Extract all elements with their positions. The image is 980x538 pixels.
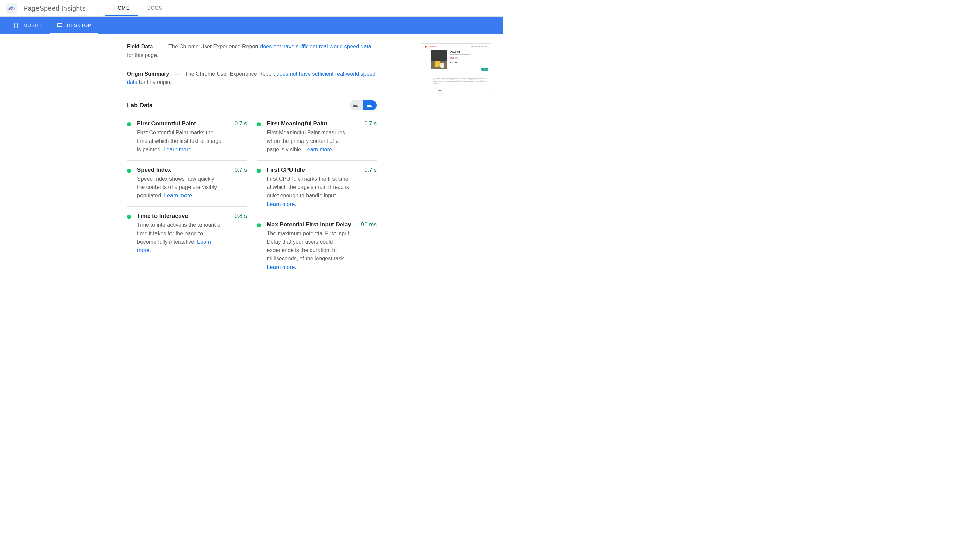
top-tabs: HOME DOCS [105, 0, 171, 16]
preview-buy-button: Buy [482, 67, 488, 70]
compact-view-icon [353, 103, 360, 107]
view-toggle-expanded[interactable] [363, 100, 377, 110]
preview-product-title: Chair 54 [450, 51, 486, 54]
preview-price: €58.00 [450, 61, 486, 64]
brand-title: PageSpeed Insights [23, 5, 86, 12]
status-dot-icon [257, 223, 261, 228]
svg-rect-4 [57, 23, 62, 26]
svg-point-3 [16, 27, 16, 27]
metric-title: First Meaningful Paint [267, 120, 362, 127]
metric-value: 90 ms [361, 221, 377, 228]
metric-title: Time to Interactive [137, 213, 232, 220]
psi-logo-icon [6, 3, 17, 14]
metric-desc: Speed Index shows how quickly the conten… [137, 175, 222, 200]
learn-more-link[interactable]: Learn more [163, 146, 191, 153]
metrics-col-left: First Contentful Paint 0.7 s First Conte… [127, 114, 247, 278]
view-toggle-compact[interactable] [350, 100, 363, 110]
lab-data-title: Lab Data [127, 102, 153, 109]
expanded-view-icon [367, 103, 373, 107]
learn-more-link[interactable]: Learn more [267, 201, 295, 207]
page-screenshot-preview: Furniture. Chair 54 Beautiful chair for … [421, 43, 491, 278]
tab-desktop[interactable]: DESKTOP [50, 17, 98, 35]
metric-value: 0.7 s [364, 167, 377, 173]
metric-value: 0.7 s [235, 167, 247, 173]
tab-home[interactable]: HOME [105, 0, 138, 16]
svg-rect-6 [353, 103, 358, 104]
metric-value: 0.7 s [364, 120, 377, 127]
preview-thumbnail: Furniture. Chair 54 Beautiful chair for … [421, 43, 491, 93]
field-data-link[interactable]: does not have sufficient real-world spee… [260, 44, 371, 49]
origin-summary-title: Origin Summary [127, 71, 169, 77]
field-data-title: Field Data [127, 44, 153, 49]
metric-desc: The maximum potential First Input Delay … [267, 229, 352, 272]
metric-title: Speed Index [137, 167, 232, 173]
field-data-post: for this page. [127, 52, 159, 58]
metric-fcp: First Contentful Paint 0.7 s First Conte… [127, 114, 247, 160]
svg-rect-5 [57, 26, 62, 27]
status-dot-icon [257, 169, 261, 173]
preview-brand: Furniture. [428, 46, 437, 48]
metric-fci: First CPU Idle 0.7 s First CPU Idle mark… [257, 160, 377, 215]
metric-mpfid: Max Potential First Input Delay 90 ms Th… [257, 215, 377, 278]
metrics-grid: First Contentful Paint 0.7 s First Conte… [127, 114, 377, 278]
status-dot-icon [257, 123, 261, 126]
metric-desc: First CPU Idle marks the first time at w… [267, 175, 352, 209]
metric-fmp: First Meaningful Paint 0.7 s First Meani… [257, 114, 377, 160]
main-content: Field Data — The Chrome User Experience … [0, 35, 503, 291]
mobile-icon [13, 22, 19, 28]
status-dot-icon [127, 169, 131, 173]
svg-rect-8 [353, 107, 358, 107]
metric-value: 0.8 s [235, 213, 247, 220]
tab-mobile-label: MOBILE [23, 22, 43, 28]
origin-summary-pre: The Chrome User Experience Report [185, 71, 277, 77]
device-tabs-bar: MOBILE DESKTOP [0, 17, 503, 35]
metric-title: First CPU Idle [267, 167, 362, 173]
tab-mobile[interactable]: MOBILE [6, 17, 50, 35]
field-data-section: Field Data — The Chrome User Experience … [127, 43, 377, 60]
tab-docs[interactable]: DOCS [138, 0, 171, 16]
preview-paragraph: The far away behind the word mountains f… [433, 78, 487, 84]
origin-summary-post: for this origin. [137, 79, 172, 85]
status-dot-icon [127, 215, 131, 219]
field-data-pre: The Chrome User Experience Report [169, 44, 260, 49]
metric-title: Max Potential First Input Delay [267, 221, 358, 228]
metric-desc: First Meaningful Paint measures when the… [267, 129, 352, 154]
svg-rect-9 [367, 103, 372, 104]
learn-more-link[interactable]: Learn more [304, 146, 332, 153]
metrics-col-right: First Meaningful Paint 0.7 s First Meani… [257, 114, 377, 278]
status-dot-icon [127, 123, 131, 126]
desktop-icon [57, 22, 63, 28]
svg-rect-11 [367, 107, 372, 107]
tab-desktop-label: DESKTOP [67, 22, 91, 28]
metric-title: First Contentful Paint [137, 120, 232, 127]
metric-value: 0.7 s [235, 120, 247, 127]
svg-rect-1 [11, 7, 13, 9]
metric-desc: Time to interactive is the amount of tim… [137, 221, 222, 255]
preview-product-sub: Beautiful chair for all your rooms [450, 54, 486, 55]
learn-more-link[interactable]: Learn more [164, 193, 192, 199]
learn-more-link[interactable]: Learn more [267, 264, 295, 270]
metric-tti: Time to Interactive 0.8 s Time to intera… [127, 206, 247, 261]
svg-rect-7 [353, 105, 357, 106]
svg-rect-10 [367, 105, 371, 106]
metric-si: Speed Index 0.7 s Speed Index shows how … [127, 160, 247, 206]
origin-summary-section: Origin Summary — The Chrome User Experie… [127, 70, 377, 87]
top-header: PageSpeed Insights HOME DOCS [0, 0, 503, 17]
view-toggle [350, 100, 377, 110]
lab-data-header: Lab Data [127, 100, 377, 110]
metric-desc: First Contentful Paint marks the time at… [137, 129, 222, 154]
preview-footer: Specs [438, 90, 442, 91]
